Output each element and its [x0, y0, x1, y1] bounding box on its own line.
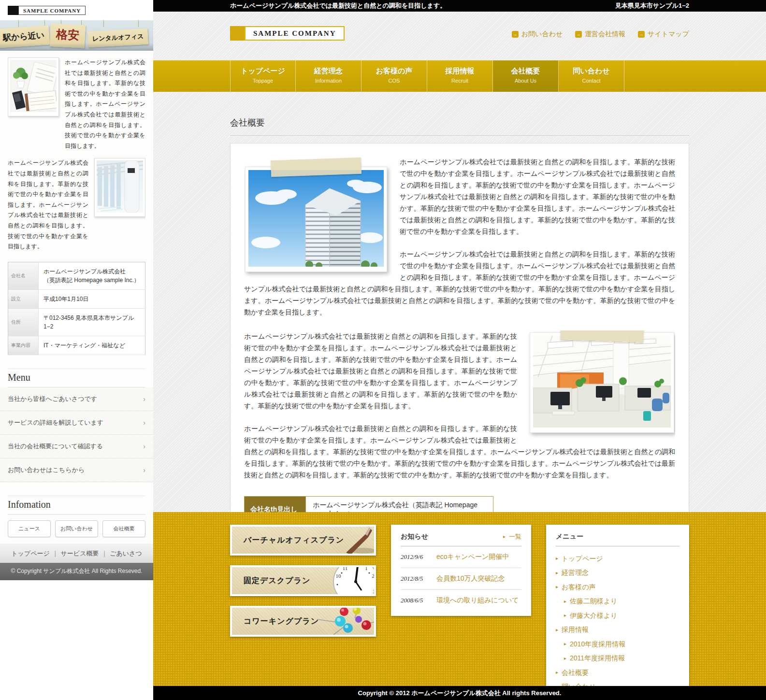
nav-tab-about-us[interactable]: 会社概要About Us	[493, 60, 559, 92]
sidebar: SAMPLE COMPANY 駅から近い 格安 レンタルオフィス	[0, 0, 153, 580]
main-column: ホームページサンプル株式会社では最新技術と自然との調和を目指します。 見本県見本…	[153, 0, 766, 700]
site-header: SAMPLE COMPANY お問い合わせ 運営会社情報 サイトマップ	[153, 12, 766, 60]
plan-banner-fixed-desk[interactable]: 固定デスクプラン 1212 11103	[230, 565, 376, 596]
sidebar-logo-text: SAMPLE COMPANY	[18, 6, 86, 15]
logo-gold-square-icon	[230, 26, 245, 41]
sidebar-information-heading: Infomation	[8, 496, 145, 514]
footer-menu-item: トップページ	[556, 551, 679, 566]
table-row: 会社名 ホームページサンプル株式会社 （英語表記 Homepage sample…	[8, 262, 145, 289]
footer-menu-item: 採用情報	[556, 623, 679, 637]
pen-image	[340, 525, 376, 556]
sidebar-menu-item-contact[interactable]: お問い合わせはこちらから	[0, 458, 153, 482]
nav-tab-toppage[interactable]: トップページToppage	[230, 60, 296, 92]
nav-tab-customer-voice[interactable]: お客様の声COS	[361, 60, 427, 92]
site-address: 見本県見本市サンプル1−2	[615, 0, 689, 12]
news-list-link[interactable]: 一覧	[503, 532, 521, 541]
sidebar-intro-block-2: ホームページサンプル株式会社では最新技術と自然との調和を目指します。革新的な技術…	[8, 158, 145, 252]
header-link-operator-info[interactable]: 運営会社情報	[575, 30, 625, 39]
footer-menu-subitem: 佐藤二朗様より	[564, 594, 679, 609]
table-row: 会社名th見出し ホームページサンプル株式会社（英語表記 Homepage sa…	[245, 496, 493, 512]
footer-menu-link-philosophy[interactable]: 経営理念	[556, 569, 589, 577]
sidebar-menu-item-service[interactable]: サービスの詳細を解説しています	[0, 411, 153, 435]
article-section-1: ホームページサンプル株式会社では最新技術と自然との調和を目指します。革新的な技術…	[244, 156, 675, 318]
article-box: ホームページサンプル株式会社では最新技術と自然との調和を目指します。革新的な技術…	[230, 143, 689, 512]
news-date: 2008/6/5	[401, 597, 436, 604]
news-button[interactable]: ニュース	[8, 520, 51, 537]
table-row: 事業内容 IT・マーケティング・福祉など	[8, 336, 145, 355]
nav-tab-recruit[interactable]: 採用情報Recruit	[427, 60, 493, 92]
arrow-square-icon	[638, 31, 645, 38]
page: SAMPLE COMPANY 駅から近い 格安 レンタルオフィス	[0, 0, 766, 700]
arrow-square-icon	[512, 31, 519, 38]
site-tagline: ホームページサンプル株式会社では最新技術と自然との調和を目指します。	[230, 0, 446, 12]
footer-link-top[interactable]: トップページ	[11, 550, 50, 557]
company-overview-button[interactable]: 会社概要	[102, 520, 145, 537]
footer-menu-item: 問い合わせ	[556, 680, 679, 686]
sidebar-quick-buttons: ニュース お問い合わせ 会社概要	[8, 520, 145, 537]
company-overview-table: 会社名th見出し ホームページサンプル株式会社（英語表記 Homepage sa…	[244, 496, 493, 512]
news-item: 2008/6/5 環境への取り組みについて	[401, 590, 521, 611]
footer-menu-link-toppage[interactable]: トップページ	[556, 555, 603, 563]
desk-photo	[8, 57, 59, 116]
footer-menu-item: 経営理念	[556, 566, 679, 580]
svg-text:3: 3	[373, 588, 376, 594]
office-photo-art	[533, 336, 671, 428]
banner-label-cheap: 格安	[50, 23, 86, 48]
logo-mark-icon	[8, 6, 18, 15]
footer-menu-link-recruit[interactable]: 採用情報	[556, 626, 589, 634]
chevron-right-icon	[143, 443, 145, 450]
footer-menu-item: お客様の声	[556, 580, 679, 594]
footer-menu-link-about[interactable]: 会社概要	[556, 669, 589, 677]
contact-button[interactable]: お問い合わせ	[55, 520, 98, 537]
sidebar-logo[interactable]: SAMPLE COMPANY	[8, 6, 86, 15]
footer-menu-link-sato[interactable]: 佐藤二朗様より	[564, 597, 618, 606]
footer-menu-link-recruit-2011[interactable]: 2011年度採用情報	[564, 654, 625, 663]
chevron-right-icon	[143, 419, 145, 427]
company-name-label: 会社名	[8, 262, 39, 289]
footer-menu-subitem: 2011年度採用情報	[564, 651, 679, 666]
banner-label-rental-office: レンタルオフィス	[87, 29, 148, 47]
footer-menu-link-recruit-2010[interactable]: 2010年度採用情報	[564, 640, 625, 649]
footer-link-greeting[interactable]: ごあいさつ	[110, 550, 142, 557]
header-utility-links: お問い合わせ 運営会社情報 サイトマップ	[512, 30, 689, 39]
sidebar-intro-block-1: ホームページサンプル株式会社では最新技術と自然との調和を目指します。革新的な技術…	[8, 57, 145, 151]
plan-banner-virtual-office[interactable]: バーチャルオフィスプラン	[230, 525, 376, 556]
news-link[interactable]: 環境への取り組みについて	[436, 596, 519, 605]
copyright-text: Copyright © 2012 ホームページサンプル株式会社 All righ…	[358, 689, 562, 697]
svg-text:11: 11	[343, 565, 348, 571]
news-item: 2012/8/5 会員数10万人突破記念	[401, 568, 521, 590]
header-link-contact[interactable]: お問い合わせ	[512, 30, 563, 39]
news-link[interactable]: 会員数10万人突破記念	[436, 574, 505, 583]
building-photo-art	[248, 170, 384, 267]
nav-tab-contact[interactable]: 問い合わせContact	[559, 60, 624, 92]
sidebar-company-table: 会社名 ホームページサンプル株式会社 （英語表記 Homepage sample…	[8, 262, 145, 355]
sidebar-logo-row: SAMPLE COMPANY	[0, 0, 153, 20]
lobby-photo	[94, 158, 145, 217]
footer-menu-link-contact[interactable]: 問い合わせ	[556, 683, 596, 686]
footer-menu-box: メニュー トップページ 経営理念 お客様の声 佐藤二朗様より 伊藤大介様より 採…	[546, 525, 689, 686]
banner-label-near-station: 駅から近い	[0, 25, 50, 48]
footer-menu-link-ito[interactable]: 伊藤大介様より	[564, 612, 618, 620]
header-logo[interactable]: SAMPLE COMPANY	[230, 26, 345, 41]
footer-link-service[interactable]: サービス概要	[61, 550, 99, 557]
sidebar-intro-text-2: ホームページサンプル株式会社では最新技術と自然との調和を目指します。革新的な技術…	[8, 158, 88, 252]
news-date: 2012/9/6	[401, 553, 436, 561]
sidebar-intro-text-1: ホームページサンプル株式会社では最新技術と自然との調和を目指します。革新的な技術…	[65, 57, 145, 151]
desk-photo-art	[10, 60, 57, 112]
footer-menu-list: トップページ 経営理念 お客様の声 佐藤二朗様より 伊藤大介様より 採用情報 2…	[556, 551, 679, 686]
news-heading: お知らせ	[401, 532, 428, 541]
plan-banner-coworking[interactable]: コワーキングプラン	[230, 606, 376, 637]
footer-menu-link-customer-voice[interactable]: お客様の声	[556, 583, 596, 592]
sidebar-menu-item-about[interactable]: 当社の会社概要について確認する	[0, 435, 153, 458]
news-link[interactable]: ecoキャンペーン開催中	[436, 553, 509, 561]
sidebar-menu: 当社から皆様へごあいさつです サービスの詳細を解説しています 当社の会社概要につ…	[0, 387, 153, 482]
header-link-sitemap[interactable]: サイトマップ	[638, 30, 689, 39]
news-date: 2012/8/5	[401, 575, 436, 583]
footer-menu-subitem: 2010年度採用情報	[564, 637, 679, 651]
clock-image: 1212 11103	[326, 565, 376, 596]
sidebar-menu-item-greeting[interactable]: 当社から皆様へごあいさつです	[0, 387, 153, 411]
news-item: 2012/9/6 ecoキャンペーン開催中	[401, 546, 521, 568]
push-pins-image	[312, 606, 375, 637]
nav-tab-philosophy[interactable]: 経営理念Information	[296, 60, 361, 92]
sidebar-copyright: © Copyright サンプル株式会社 All Rights Reseved.	[0, 563, 153, 580]
